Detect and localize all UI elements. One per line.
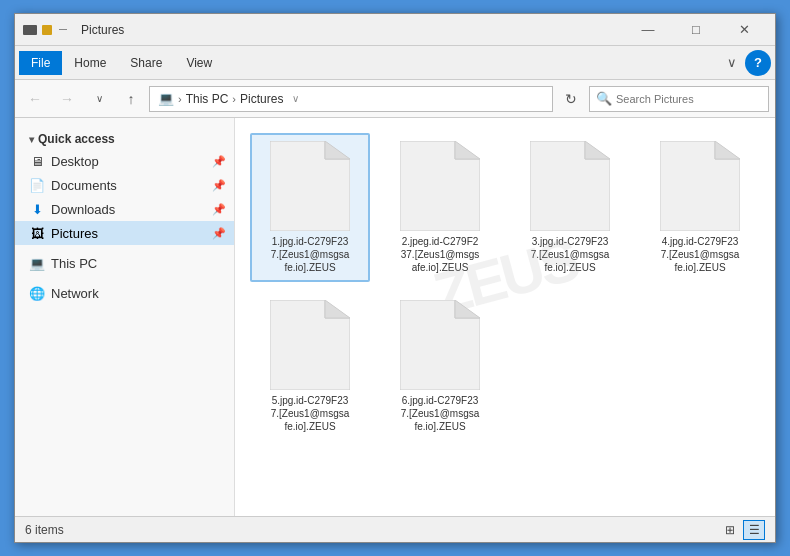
sidebar-label-desktop: Desktop: [51, 154, 206, 169]
file-item-5[interactable]: 5.jpg.id-C279F237.[Zeus1@msgsafe.io].ZEU…: [250, 292, 370, 441]
sidebar-item-network[interactable]: 🌐 Network: [15, 281, 234, 305]
path-separator-1: ›: [178, 93, 182, 105]
sidebar-item-this-pc[interactable]: 💻 This PC: [15, 251, 234, 275]
file-label-6: 6.jpg.id-C279F237.[Zeus1@msgsafe.io].ZEU…: [401, 394, 480, 433]
file-label-1: 1.jpg.id-C279F237.[Zeus1@msgsafe.io].ZEU…: [271, 235, 350, 274]
documents-icon: 📄: [29, 177, 45, 193]
up-button[interactable]: ↑: [117, 86, 145, 112]
path-this-pc[interactable]: This PC: [186, 92, 229, 106]
title-bar: Pictures — □ ✕: [15, 14, 775, 46]
maximize-button[interactable]: □: [673, 15, 719, 45]
file-label-4: 4.jpg.id-C279F237.[Zeus1@msgsafe.io].ZEU…: [661, 235, 740, 274]
quick-access-label: Quick access: [38, 132, 115, 146]
pictures-pin-icon: 📌: [212, 227, 226, 240]
svg-marker-9: [325, 300, 350, 318]
file-label-2: 2.jpeg.id-C279F237.[Zeus1@msgsafe.io].ZE…: [401, 235, 480, 274]
pictures-icon: 🖼: [29, 225, 45, 241]
title-icon-strip: [23, 25, 37, 35]
search-icon: 🔍: [596, 91, 612, 106]
path-separator-2: ›: [232, 93, 236, 105]
menu-share[interactable]: Share: [118, 51, 174, 75]
search-box: 🔍: [589, 86, 769, 112]
files-grid: 1.jpg.id-C279F237.[Zeus1@msgsafe.io].ZEU…: [245, 128, 765, 446]
svg-marker-7: [715, 141, 740, 159]
svg-marker-5: [585, 141, 610, 159]
sidebar-label-this-pc: This PC: [51, 256, 226, 271]
file-icon-2: [400, 141, 480, 231]
sidebar-label-pictures: Pictures: [51, 226, 206, 241]
sidebar-label-documents: Documents: [51, 178, 206, 193]
main-area: ▾ Quick access 🖥 Desktop 📌 📄 Documents 📌…: [15, 118, 775, 516]
view-switchers: ⊞ ☰: [719, 520, 765, 540]
address-path[interactable]: 💻 › This PC › Pictures ∨: [149, 86, 553, 112]
file-item-6[interactable]: 6.jpg.id-C279F237.[Zeus1@msgsafe.io].ZEU…: [380, 292, 500, 441]
address-bar: ← → ∨ ↑ 💻 › This PC › Pictures ∨ ↻ 🔍: [15, 80, 775, 118]
sidebar-label-downloads: Downloads: [51, 202, 206, 217]
item-count: 6 items: [25, 523, 64, 537]
window-title: Pictures: [81, 23, 619, 37]
downloads-icon: ⬇: [29, 201, 45, 217]
refresh-button[interactable]: ↻: [557, 86, 585, 112]
minimize-button[interactable]: —: [625, 15, 671, 45]
forward-button[interactable]: →: [53, 86, 81, 112]
list-view-button[interactable]: ☰: [743, 520, 765, 540]
sidebar: ▾ Quick access 🖥 Desktop 📌 📄 Documents 📌…: [15, 118, 235, 516]
this-pc-icon: 💻: [29, 255, 45, 271]
quick-access-expand-icon: ▾: [29, 134, 34, 145]
back-button[interactable]: ←: [21, 86, 49, 112]
quick-access-header[interactable]: ▾ Quick access: [15, 124, 234, 149]
file-icon-3: [530, 141, 610, 231]
file-item-4[interactable]: 4.jpg.id-C279F237.[Zeus1@msgsafe.io].ZEU…: [640, 133, 760, 282]
desktop-icon: 🖥: [29, 153, 45, 169]
help-button[interactable]: ?: [745, 50, 771, 76]
file-label-3: 3.jpg.id-C279F237.[Zeus1@msgsafe.io].ZEU…: [531, 235, 610, 274]
menu-home[interactable]: Home: [62, 51, 118, 75]
grid-view-button[interactable]: ⊞: [719, 520, 741, 540]
sidebar-item-documents[interactable]: 📄 Documents 📌: [15, 173, 234, 197]
search-input[interactable]: [616, 93, 762, 105]
menu-bar: File Home Share View ∨ ?: [15, 46, 775, 80]
sidebar-item-desktop[interactable]: 🖥 Desktop 📌: [15, 149, 234, 173]
desktop-pin-icon: 📌: [212, 155, 226, 168]
sidebar-item-pictures[interactable]: 🖼 Pictures 📌: [15, 221, 234, 245]
path-dropdown-arrow[interactable]: ∨: [287, 87, 303, 111]
explorer-window: Pictures — □ ✕ File Home Share View ∨ ? …: [14, 13, 776, 543]
sidebar-label-network: Network: [51, 286, 226, 301]
window-controls: — □ ✕: [625, 15, 767, 45]
documents-pin-icon: 📌: [212, 179, 226, 192]
svg-marker-3: [455, 141, 480, 159]
menu-view[interactable]: View: [174, 51, 224, 75]
svg-marker-11: [455, 300, 480, 318]
downloads-pin-icon: 📌: [212, 203, 226, 216]
file-item-2[interactable]: 2.jpeg.id-C279F237.[Zeus1@msgsafe.io].ZE…: [380, 133, 500, 282]
sidebar-item-downloads[interactable]: ⬇ Downloads 📌: [15, 197, 234, 221]
file-icon-5: [270, 300, 350, 390]
title-bar-icon: [23, 25, 71, 35]
file-item-1[interactable]: 1.jpg.id-C279F237.[Zeus1@msgsafe.io].ZEU…: [250, 133, 370, 282]
menu-file[interactable]: File: [19, 51, 62, 75]
file-icon-1: [270, 141, 350, 231]
recent-button[interactable]: ∨: [85, 86, 113, 112]
close-button[interactable]: ✕: [721, 15, 767, 45]
file-item-3[interactable]: 3.jpg.id-C279F237.[Zeus1@msgsafe.io].ZEU…: [510, 133, 630, 282]
path-pictures[interactable]: Pictures: [240, 92, 283, 106]
file-icon-6: [400, 300, 480, 390]
title-icon-folder: [42, 25, 52, 35]
file-label-5: 5.jpg.id-C279F237.[Zeus1@msgsafe.io].ZEU…: [271, 394, 350, 433]
content-area: ZEUS 1.jpg.id-C279F237.[Zeus1@msgsafe.io…: [235, 118, 775, 516]
network-icon: 🌐: [29, 285, 45, 301]
menu-dropdown-icon[interactable]: ∨: [719, 51, 745, 74]
title-divider: [59, 29, 67, 30]
svg-marker-1: [325, 141, 350, 159]
file-icon-4: [660, 141, 740, 231]
status-bar: 6 items ⊞ ☰: [15, 516, 775, 542]
